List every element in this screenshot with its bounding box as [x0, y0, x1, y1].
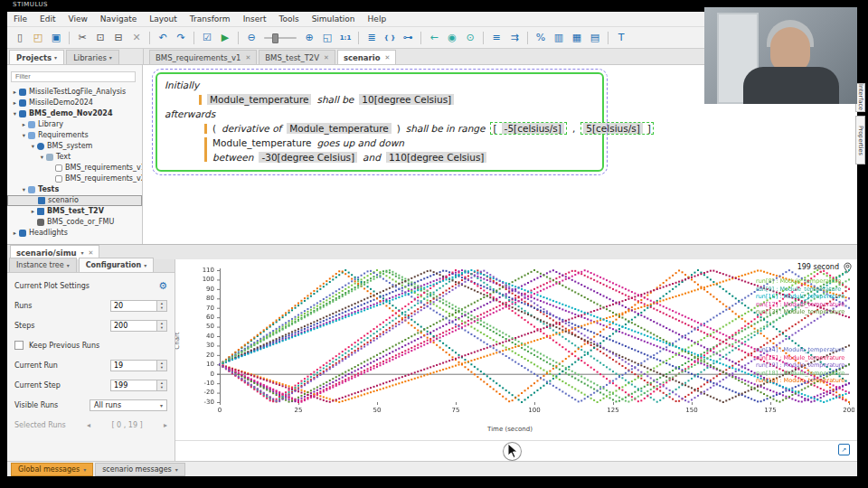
- eye-icon[interactable]: ◉: [444, 30, 460, 45]
- variable-token[interactable]: Module_temperature: [287, 123, 391, 134]
- tab-properties[interactable]: Properties: [855, 116, 865, 164]
- variable-token[interactable]: Module_temperature: [207, 94, 311, 105]
- tree-item[interactable]: ▾ BMS_demo_Nov2024: [7, 108, 142, 119]
- tree-expand-icon[interactable]: ▸: [11, 99, 19, 107]
- indent-icon[interactable]: ⇉: [506, 30, 523, 45]
- tree-filter-input[interactable]: [11, 71, 136, 82]
- tree-expand-icon[interactable]: ▾: [20, 186, 28, 193]
- copy-icon[interactable]: ⊡: [92, 30, 108, 45]
- legend-entry[interactable]: run[17] : Module_temperature: [756, 301, 852, 309]
- toolbar-separator[interactable]: [420, 32, 421, 44]
- value-token[interactable]: 5[celsius/s]: [583, 123, 643, 134]
- menu-file[interactable]: File: [7, 14, 33, 24]
- menu-navigate[interactable]: Navigate: [94, 14, 143, 24]
- outline-list-icon[interactable]: ≣: [363, 30, 380, 45]
- tab-close-icon[interactable]: ✕: [245, 54, 250, 61]
- tab-bms-requirements-v1[interactable]: BMS_requirements_v1 ✕: [149, 50, 257, 64]
- tree-item[interactable]: BMS_requirements_v2: [7, 174, 142, 184]
- toolbar-separator[interactable]: [527, 32, 528, 44]
- new-file-icon[interactable]: ▯: [12, 30, 28, 45]
- keep-previous-runs-checkbox[interactable]: [14, 341, 24, 350]
- tab-projects[interactable]: Projects ▾: [9, 50, 64, 64]
- run-simulation-icon[interactable]: ▶: [217, 30, 233, 45]
- zoom-slider[interactable]: [261, 30, 299, 45]
- percent-icon[interactable]: %: [533, 30, 549, 45]
- visible-runs-dropdown[interactable]: All runs ▾: [90, 399, 167, 411]
- toolbar-separator[interactable]: [608, 32, 609, 44]
- cut-icon[interactable]: ✂: [74, 30, 90, 45]
- toolbar-separator[interactable]: [69, 32, 70, 44]
- tab-libraries[interactable]: Libraries ▾: [66, 50, 119, 64]
- steps-input[interactable]: [110, 320, 157, 332]
- tab-bms-test-t2v[interactable]: BMS_test_T2V ✕: [259, 50, 335, 64]
- runs-decrement-icon[interactable]: ▾: [157, 305, 166, 311]
- requirement-block[interactable]: Initially Module_temperature shall be 10…: [156, 72, 604, 172]
- tab-close-icon[interactable]: ✕: [385, 54, 391, 61]
- list-icon[interactable]: ≡: [488, 30, 505, 45]
- variable-token[interactable]: Module_temperature: [212, 137, 311, 148]
- legend-entry[interactable]: run[8] : Module_temperature: [756, 277, 852, 286]
- menu-tools[interactable]: Tools: [272, 14, 305, 24]
- toolbar-separator[interactable]: [483, 32, 484, 44]
- undo-icon[interactable]: ↶: [155, 30, 171, 45]
- tree-item[interactable]: scenario: [7, 195, 142, 206]
- text-tool-icon[interactable]: T: [613, 30, 629, 45]
- tree-item[interactable]: ▸ MissileDemo2024: [7, 98, 142, 108]
- selected-runs-next-icon[interactable]: ▸: [164, 421, 167, 429]
- paste-icon[interactable]: ⊟: [110, 30, 127, 45]
- current-step-decrement-icon[interactable]: ▾: [157, 385, 166, 390]
- value-token[interactable]: -5[celsius/s]: [502, 123, 564, 134]
- current-step-input[interactable]: [110, 380, 157, 391]
- tree-item[interactable]: ▸ Headlights: [7, 228, 142, 239]
- legend-entry[interactable]: run[13] : Module_temperature: [756, 308, 852, 316]
- legend-entry[interactable]: run[19] : Module_temperature: [756, 361, 852, 370]
- tree-expand-icon[interactable]: ▾: [11, 110, 19, 117]
- legend-entry[interactable]: run[18] : Module_temperature: [756, 370, 852, 378]
- legend-entry[interactable]: run[14] : Module_temperature: [756, 346, 852, 354]
- fit-view-icon[interactable]: ◱: [319, 30, 335, 45]
- tree-item[interactable]: ▸ BMS_test_T2V: [7, 206, 142, 217]
- legend-entry[interactable]: run[10] : Module_temperature: [756, 377, 852, 385]
- tab-instance-tree[interactable]: Instance tree ▾: [9, 258, 77, 272]
- export-chart-icon[interactable]: ↗: [838, 444, 850, 455]
- current-run-input[interactable]: [110, 360, 157, 371]
- tree-item[interactable]: ▸ MissileTestLogFile_Analysis: [7, 87, 142, 98]
- redo-icon[interactable]: ↷: [173, 30, 189, 45]
- range-min-group[interactable]: [ -5[celsius/s]: [490, 122, 566, 135]
- tab-close-icon[interactable]: ✕: [89, 249, 94, 257]
- zoom-in-icon[interactable]: ⊕: [301, 30, 317, 45]
- split-columns-icon[interactable]: ▥: [551, 30, 567, 45]
- tree-item[interactable]: ▾ Tests: [7, 184, 142, 195]
- back-arrow-icon[interactable]: ←: [426, 30, 442, 45]
- toolbar-separator[interactable]: [149, 32, 150, 44]
- record-target-icon[interactable]: ⊙: [462, 30, 478, 45]
- chart-canvas[interactable]: [180, 265, 854, 424]
- value-token[interactable]: -30[degree Celsius]: [259, 152, 357, 163]
- delete-icon[interactable]: ✕: [128, 30, 145, 45]
- tab-scenario[interactable]: scenario ✕: [337, 50, 396, 64]
- range-max-group[interactable]: 5[celsius/s] ]: [580, 122, 654, 135]
- legend-entry[interactable]: run[15] : Module_temperature: [756, 354, 852, 362]
- save-icon[interactable]: ▣: [48, 30, 64, 45]
- tree-expand-icon[interactable]: ▾: [38, 154, 46, 161]
- tree-item[interactable]: ▾ Requirements: [7, 130, 142, 141]
- braces-icon[interactable]: { }: [382, 30, 398, 45]
- toolbar-separator[interactable]: [358, 32, 359, 44]
- tree-expand-icon[interactable]: ▾: [20, 132, 28, 139]
- value-token[interactable]: 10[degree Celsius]: [359, 94, 454, 105]
- legend-entry[interactable]: run[9] : Module_temperature: [756, 286, 852, 294]
- menu-edit[interactable]: Edit: [33, 14, 61, 24]
- zoom-out-icon[interactable]: ⊖: [243, 30, 259, 45]
- tree-expand-icon[interactable]: ▸: [11, 230, 19, 237]
- tree-item[interactable]: ▾ BMS_system: [7, 141, 142, 152]
- menu-layout[interactable]: Layout: [143, 14, 184, 24]
- tree-expand-icon[interactable]: ▸: [29, 208, 37, 215]
- tree-expand-icon[interactable]: ▸: [11, 89, 19, 96]
- tree-expand-icon[interactable]: ▾: [29, 143, 37, 150]
- steps-decrement-icon[interactable]: ▾: [157, 325, 166, 331]
- tree-item[interactable]: BMS_code_or_FMU: [7, 217, 142, 228]
- toolbar-separator[interactable]: [238, 32, 239, 44]
- menu-simulation[interactable]: Simulation: [306, 14, 362, 24]
- menu-transform[interactable]: Transform: [184, 14, 237, 24]
- share-icon[interactable]: ⊶: [400, 30, 416, 45]
